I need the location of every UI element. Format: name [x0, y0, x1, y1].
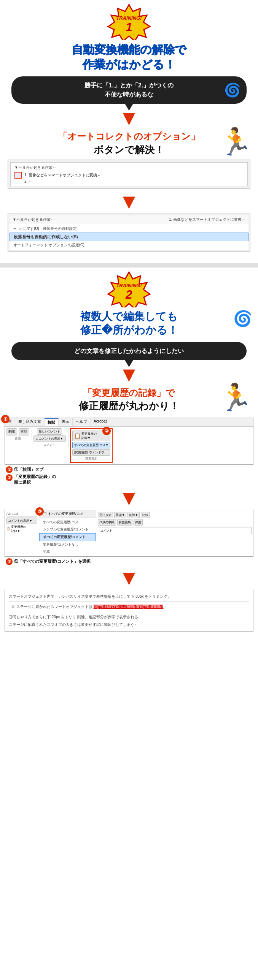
show-all-changes-btn[interactable]: すべての変更履歴/コメ▼	[72, 442, 111, 449]
dropdown-item-2-selected[interactable]: すべての変更履歴/コメント	[39, 533, 96, 541]
complaint-bubble-2: どの文章を修正したかわるようにしたい	[11, 342, 247, 360]
dropdown-menu-area: ③ 📋 すべての変更履歴/コメ すべての変更履歴/コメ… シンプルな変更履歴/コ…	[39, 510, 96, 556]
screenshot1-inner: ▼不具合が起きる作業← 1. 画像などをスマートオブジェクトに変換← 2. ←	[10, 162, 248, 186]
changes-window-btn[interactable]: [変更履歴] ウィンドウ	[72, 449, 111, 456]
tab-help[interactable]: ヘルプ	[73, 418, 91, 426]
dropdown-screenshot: Acrobat コメントの表示▼ 📋 変更履歴の記録▼ ③ 📋 すべての変更履歴…	[5, 510, 253, 557]
ss1-row1: 1. 画像などをスマートオブジェクトに変換←	[24, 172, 101, 178]
s2-solution-line1: 「変更履歴の記録」で	[4, 387, 254, 399]
track-label: 変更箇所	[85, 457, 98, 461]
menu-item-1-highlighted[interactable]: 段落番号を自動的に作成しない(S)	[10, 232, 248, 241]
comment-buttons: 新しいコメント	[37, 428, 62, 435]
arrow-icon-5: ▼	[0, 567, 258, 588]
red-box-icon	[14, 172, 22, 178]
dropdown-item-3[interactable]: 変更履歴/コメントなし	[39, 541, 96, 548]
annotation-3: ③ ③「すべての変更履歴/コメント」を選択	[6, 558, 252, 565]
svg-text:2: 2	[125, 288, 132, 301]
s2-title-line2: 修正�所がわかる！	[4, 323, 254, 337]
toolbar-group-language: 翻訳 言語 言語	[6, 428, 32, 441]
menu-item-2[interactable]: オートフォーマット オプションの設定(C)...	[10, 241, 248, 249]
restrict-btn[interactable]: 作成の制限	[98, 519, 116, 525]
track-record-label: 変更履歴の記録▼	[82, 432, 97, 440]
menu-item-0[interactable]: ↩ 元に戻す(U) - 段落番号の自動設定	[10, 225, 248, 232]
toolbar-group-comment: 新しいコメント □ コメントの表示▼ コメント	[34, 428, 69, 447]
result-normal-text: ステージに置かれたスマートオブジェクトは	[16, 605, 94, 609]
dropdown-item-4[interactable]: 初稿	[39, 548, 96, 555]
dropdown-header: 📋 すべての変更履歴/コメ	[39, 510, 96, 518]
arrow-icon-1: ▼	[0, 108, 258, 129]
protect-btn[interactable]: 保護	[133, 519, 143, 525]
tab-view[interactable]: 表示	[59, 418, 73, 426]
delete-btn[interactable]: 削除▼	[128, 512, 139, 518]
translate-btn[interactable]: 翻訳	[6, 428, 17, 436]
language-btn[interactable]: 言語	[19, 428, 29, 436]
lang-label: 言語	[15, 436, 21, 441]
section1: TRAINING! 1 自動変換機能の解除で 作業がはかどる！ 勝手に「1.」と…	[0, 0, 258, 263]
ss2-top-row1: 1. 画像などをスマートオブジェクトに変換←	[169, 217, 245, 222]
approve-btn[interactable]: 承認▼	[114, 512, 127, 518]
solution-line2: ボタンで解決！	[4, 143, 254, 157]
spiral-icon: 🌀	[224, 83, 241, 98]
ss2-menu: ↩ 元に戻す(U) - 段落番号の自動設定 段落番号を自動的に作成しない(S) …	[10, 224, 248, 250]
dropdown-title-text: すべての変更履歴/コメ	[48, 511, 83, 516]
right-btns-2: 作成の制限 変更箇所 保護	[98, 519, 252, 525]
person-figure-2: 🏃	[219, 382, 252, 413]
section2-title: 複数人で編集しても 修正�所がわかる！ 🌀	[4, 310, 254, 337]
solution-area: 「オートコレクトのオプション」 ボタンで解決！ 🏃	[4, 130, 254, 157]
tab-review[interactable]: 校閲	[45, 418, 59, 426]
dropdown-item-1[interactable]: シンプルな変更履歴/コメント	[39, 526, 96, 533]
acrobat-track: 📋 変更履歴の記録▼	[6, 525, 37, 533]
annotation-2: ② 「変更履歴の記録」の順に選択	[6, 474, 252, 485]
result-arrow: ←	[164, 605, 168, 609]
s2-title-line1: 複数人で編集しても	[4, 310, 254, 323]
bubble-text-line1: 勝手に「1.」とか「2.」がつくの	[19, 81, 239, 90]
s2-solution-line2: 修正履歴が丸わかり！	[4, 399, 254, 413]
complaint-bubble: 勝手に「1.」とか「2.」がつくの 不便な時があるな 🌀	[11, 76, 247, 104]
undo-btn[interactable]: 元に戻す	[98, 512, 113, 518]
circle-badge-3: ③	[35, 507, 44, 515]
dropdown-item-0[interactable]: すべての変更履歴/コメ…	[39, 519, 96, 526]
show-comment-btn[interactable]: □ コメントの表示▼	[34, 436, 66, 442]
ss1-row1-container: 1. 画像などをスマートオブジェクトに変換←	[14, 172, 244, 178]
tab-acrobat[interactable]: Acrobat	[91, 418, 110, 426]
result-note1: ③同じやり方でさらに下 20px をトリミ 削除。追記部分が赤字で表示される	[9, 614, 249, 620]
section1-title: 自動変換機能の解除で 作業がはかどる！	[4, 42, 254, 72]
circle-1-label: ①	[6, 466, 13, 473]
solution-line1: 「オートコレクトのオプション」	[4, 130, 254, 143]
circle-badge-2: ②	[103, 427, 111, 435]
circle-2-result: ②	[11, 605, 14, 609]
s2-bubble-text: どの文章を修正したかわるようにしたい	[19, 347, 239, 356]
toolbar-group-track: ② 📋 変更履歴の記録▼ すべての変更履歴/コメ▼ [変更履歴] ウィンドウ 変…	[70, 428, 113, 463]
section2: TRAINING! 2 複数人で編集しても 修正�所がわかる！ 🌀 どの文章を修…	[0, 267, 258, 641]
circle-badge-1: ①	[1, 415, 10, 423]
acrobat-show-comment[interactable]: コメントの表示▼	[6, 517, 37, 524]
annotation-1: ① ①「校閲」タブ	[6, 466, 252, 473]
toolbar-tab-bar: 料 差し込み文書 校閲 表示 ヘルプ Acrobat	[5, 418, 253, 427]
right-btns: 元に戻す 承認▼ 削除▼ 比較	[98, 512, 252, 518]
title-line2: 作業がはかどる！	[4, 57, 254, 72]
acrobat-btns: コメントの表示▼ 📋 変更履歴の記録▼	[6, 517, 37, 533]
undo-icon: ↩	[13, 226, 16, 231]
training-badge-2: TRAINING! 2	[0, 271, 258, 307]
s2-solution-area: 「変更履歴の記録」で 修正履歴が丸わかり！ 🏃	[4, 387, 254, 413]
screenshot2-inner: ▼不具合が起きる作業← 1. 画像などをスマートオブジェクトに変換← ↩ 元に戻…	[10, 215, 248, 250]
toolbar-screenshot: ① 料 差し込み文書 校閲 表示 ヘルプ Acrobat 翻訳 言語 言語	[5, 418, 253, 465]
title-line1: 自動変換機能の解除で	[4, 42, 254, 57]
result-highlight-line: ② ステージに置かれたスマートオブジェクトは 30px 削られた状態になる 70…	[9, 601, 249, 612]
svg-text:1: 1	[126, 20, 132, 34]
new-comment-btn[interactable]: 新しいコメント	[37, 428, 62, 435]
training-badge-1: TRAINING! 1	[0, 4, 258, 40]
result-intro: スマートオブジェクト内で、カンバスサイズ変更で基準場所を上にして下 30px を…	[9, 593, 249, 600]
screenshot1: ▼不具合が起きる作業← 1. 画像などをスマートオブジェクトに変換← 2. ←	[8, 160, 250, 189]
circle-3-label: ③	[6, 558, 13, 565]
comment-panel: コメント	[98, 527, 252, 534]
changes-btn[interactable]: 変更箇所	[117, 519, 132, 525]
compare-btn[interactable]: 比較	[141, 512, 150, 518]
acrobat-icon: 📋	[6, 527, 10, 530]
acrobat-panel: Acrobat コメントの表示▼ 📋 変更履歴の記録▼	[5, 510, 39, 556]
lang-buttons: 翻訳 言語	[6, 428, 29, 436]
tab-insert[interactable]: 差し込み文書	[15, 418, 45, 426]
dropdown-list: すべての変更履歴/コメ… シンプルな変更履歴/コメント すべての変更履歴/コメン…	[39, 518, 96, 556]
result-note2: ステージに配置されたスマオブの大きさは変更せず縦に間延びしてしまう←	[9, 621, 249, 628]
spiral-icon-2: 🌀	[233, 310, 252, 328]
